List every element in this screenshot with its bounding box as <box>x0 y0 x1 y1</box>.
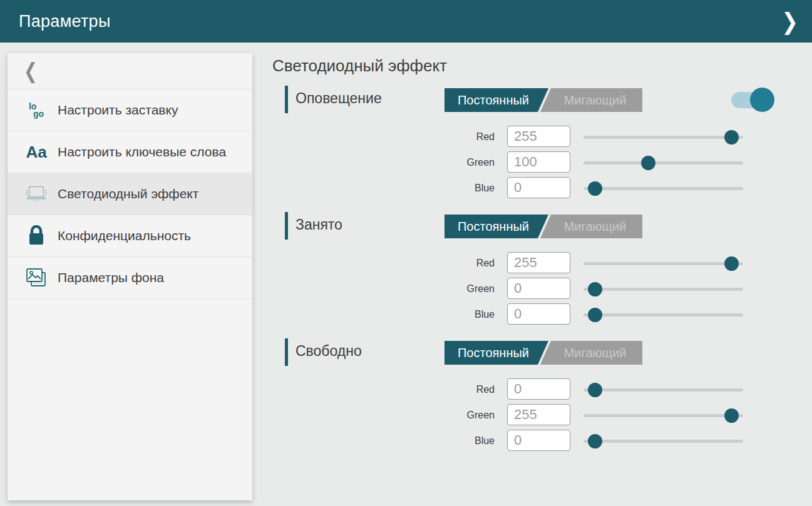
mode-toggle: Постоянный Мигающий <box>445 88 642 112</box>
app-header: Параметры ❯ <box>0 0 812 43</box>
main-title: Светодиодный эффект <box>272 56 799 76</box>
mode-blinking-button[interactable]: Мигающий <box>540 341 642 365</box>
channel-slider-thumb[interactable] <box>641 156 655 170</box>
sidebar-item-label: Параметры фона <box>58 270 164 286</box>
channel-label: Green <box>272 157 495 168</box>
section-name: Свободно <box>296 343 362 360</box>
background-images-icon <box>25 267 48 288</box>
mode-blinking-button[interactable]: Мигающий <box>540 88 642 112</box>
channel-value-input[interactable] <box>507 278 570 299</box>
channel-value-input[interactable] <box>507 404 570 425</box>
section-enable-switch[interactable] <box>731 92 760 108</box>
channel-value-input[interactable] <box>507 378 570 400</box>
mode-solid-button[interactable]: Постоянный <box>445 215 548 238</box>
back-chevron-icon: ❮ <box>24 58 38 83</box>
channel-slider-thumb[interactable] <box>588 282 602 296</box>
channel-value-input[interactable] <box>507 177 570 198</box>
channel-slider[interactable] <box>583 161 743 164</box>
channel-label: Blue <box>272 309 495 320</box>
sidebar-item-background-images[interactable]: Параметры фона <box>8 257 252 299</box>
channel-row: Green <box>272 149 799 175</box>
mode-solid-button[interactable]: Постоянный <box>445 88 548 112</box>
channel-row: Green <box>272 276 799 301</box>
channel-slider-thumb[interactable] <box>724 130 739 144</box>
channel-row: Blue <box>272 175 799 201</box>
channel-label: Blue <box>272 435 495 447</box>
channel-row: Blue <box>272 301 799 327</box>
channel-row: Red <box>272 124 799 149</box>
channel-slider-thumb[interactable] <box>588 383 602 397</box>
led-section: Занято Постоянный Мигающий Red Green Blu… <box>272 212 799 327</box>
channel-slider[interactable] <box>583 313 743 316</box>
channel-label: Red <box>272 131 495 143</box>
back-button[interactable]: ❮ <box>8 53 252 89</box>
mode-solid-button[interactable]: Постоянный <box>445 341 548 365</box>
sidebar-item-label: Настроить заставку <box>58 102 178 118</box>
channel-slider[interactable] <box>583 187 743 190</box>
sidebar-item-label: Светодиодный эффект <box>58 186 198 202</box>
channel-label: Green <box>272 410 495 421</box>
channel-value-input[interactable] <box>507 303 570 325</box>
sidebar: ❮ logo Настроить заставку Aa Настроить к… <box>8 53 252 500</box>
expand-chevron-icon[interactable]: ❯ <box>781 7 798 36</box>
channel-label: Red <box>272 258 495 269</box>
channel-slider[interactable] <box>583 440 743 443</box>
channel-row: Red <box>272 377 799 402</box>
channel-slider-thumb[interactable] <box>588 308 602 322</box>
sidebar-item-led-screen[interactable]: Светодиодный эффект <box>8 173 252 215</box>
mode-blinking-button[interactable]: Мигающий <box>540 215 642 238</box>
mode-toggle: Постоянный Мигающий <box>445 215 642 238</box>
sidebar-item-logo[interactable]: logo Настроить заставку <box>8 89 252 131</box>
channel-label: Blue <box>272 183 495 194</box>
channel-slider[interactable] <box>583 414 743 417</box>
led-section: Свободно Постоянный Мигающий Red Green B… <box>272 338 799 453</box>
channel-slider-thumb[interactable] <box>588 181 602 196</box>
channel-value-input[interactable] <box>507 430 570 451</box>
channel-value-input[interactable] <box>507 151 570 173</box>
channel-row: Red <box>272 250 799 276</box>
channel-slider[interactable] <box>583 388 743 392</box>
section-accent-bar <box>285 86 288 113</box>
sidebar-item-lock[interactable]: Конфиденциальность <box>8 215 252 257</box>
channel-slider[interactable] <box>583 136 743 139</box>
section-name: Занято <box>296 216 342 233</box>
channel-slider[interactable] <box>583 288 743 291</box>
section-accent-bar <box>285 338 288 366</box>
channel-label: Red <box>272 384 495 395</box>
channel-row: Blue <box>272 428 799 453</box>
channel-row: Green <box>272 402 799 428</box>
lock-icon <box>27 225 46 246</box>
page-title: Параметры <box>19 12 111 31</box>
mode-toggle: Постоянный Мигающий <box>445 341 642 365</box>
switch-thumb[interactable] <box>750 88 774 112</box>
channel-label: Green <box>272 283 495 295</box>
sidebar-item-label: Настроить ключевые слова <box>58 144 226 160</box>
channel-slider-thumb[interactable] <box>724 408 739 423</box>
channel-value-input[interactable] <box>507 126 570 147</box>
sidebar-item-keywords-aa[interactable]: Aa Настроить ключевые слова <box>8 131 252 173</box>
section-accent-bar <box>285 212 288 240</box>
channel-value-input[interactable] <box>507 252 570 273</box>
section-name: Оповещение <box>296 90 382 107</box>
main-panel: Светодиодный эффект Оповещение Постоянны… <box>272 56 799 465</box>
sidebar-item-label: Конфиденциальность <box>58 228 191 244</box>
led-screen-icon <box>24 184 49 204</box>
channel-slider[interactable] <box>583 262 743 265</box>
channel-slider-thumb[interactable] <box>724 256 739 271</box>
keywords-aa-icon: Aa <box>26 143 46 162</box>
logo-icon: logo <box>29 103 44 118</box>
led-section: Оповещение Постоянный Мигающий Red Green… <box>272 86 799 201</box>
channel-slider-thumb[interactable] <box>588 434 602 448</box>
